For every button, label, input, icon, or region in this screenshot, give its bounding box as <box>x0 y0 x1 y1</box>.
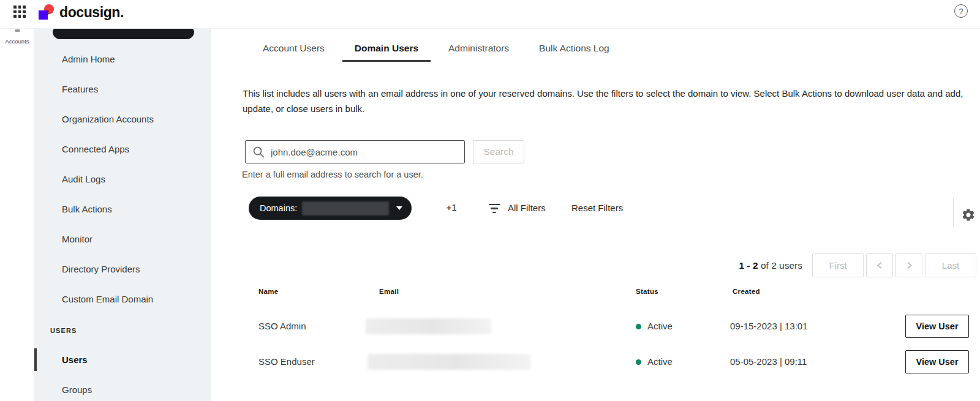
sidebar-item-custom-email-domain[interactable]: Custom Email Domain <box>34 284 211 314</box>
filter-icon <box>488 204 500 213</box>
chevron-left-icon[interactable] <box>866 253 893 277</box>
sidebar-nav: Admin Home Features Organization Account… <box>34 44 211 401</box>
sidebar-item-admin-home[interactable]: Admin Home <box>34 44 211 74</box>
search-button[interactable]: Search <box>473 140 524 163</box>
docusign-admin-page: docusign. ? Accounts Admin Home Features… <box>0 0 980 401</box>
help-icon[interactable]: ? <box>954 4 968 18</box>
sidebar-item-groups[interactable]: Groups <box>34 375 211 401</box>
status-badge: Active <box>647 321 673 331</box>
created-date: 05-05-2023 | 09:11 <box>730 356 807 367</box>
sidebar-item-users[interactable]: Users <box>34 345 211 375</box>
view-user-button[interactable]: View User <box>905 350 969 373</box>
top-header: docusign. ? <box>0 0 980 28</box>
user-name: SSO Admin <box>258 321 306 331</box>
status-badge: Active <box>647 356 673 367</box>
created-date: 09-15-2023 | 13:01 <box>730 321 808 331</box>
domains-filter-label: Domains: <box>260 203 297 213</box>
reset-filters-button[interactable]: Reset Filters <box>571 203 623 213</box>
column-header-email: Email <box>379 288 399 295</box>
pagination-last-button[interactable]: Last <box>925 253 976 277</box>
status-dot-icon <box>636 324 641 329</box>
apps-grid-icon[interactable] <box>13 6 26 18</box>
view-user-button[interactable]: View User <box>905 315 969 338</box>
users-tabs: Account Users Domain Users Administrator… <box>251 37 622 62</box>
chevron-right-icon[interactable] <box>895 253 922 277</box>
more-filters-count[interactable]: +1 <box>442 202 461 212</box>
all-filters-button[interactable]: All Filters <box>508 203 546 213</box>
pagination-first-button[interactable]: First <box>812 253 864 277</box>
org-selector-redacted[interactable] <box>53 28 194 39</box>
domains-filter-pill[interactable]: Domains: <box>249 197 412 220</box>
column-header-name: Name <box>258 288 279 295</box>
docusign-logo-icon <box>38 3 55 21</box>
pagination-range-bold: 1 - 2 <box>739 260 758 271</box>
docusign-wordmark: docusign. <box>59 3 124 21</box>
pagination: 1 - 2 of 2 users First Last <box>739 253 976 277</box>
sidebar-item-audit-logs[interactable]: Audit Logs <box>34 164 211 194</box>
redacted-email <box>366 318 491 334</box>
redacted-email <box>368 354 530 370</box>
rail-partial-icon <box>15 29 20 32</box>
sidebar-item-features[interactable]: Features <box>34 74 211 104</box>
sidebar-item-monitor[interactable]: Monitor <box>34 224 211 254</box>
admin-sidebar: Admin Home Features Organization Account… <box>34 28 211 401</box>
search-input[interactable] <box>245 140 465 163</box>
sidebar-item-bulk-actions[interactable]: Bulk Actions <box>34 194 211 224</box>
tab-domain-users[interactable]: Domain Users <box>342 37 431 62</box>
filter-row-divider <box>953 198 954 227</box>
page-description: This list includes all users with an ema… <box>243 86 970 116</box>
pagination-range: 1 - 2 of 2 users <box>739 260 802 271</box>
status-dot-icon <box>636 359 641 365</box>
tab-bulk-actions-log[interactable]: Bulk Actions Log <box>527 37 622 62</box>
sidebar-item-connected-apps[interactable]: Connected Apps <box>34 134 211 164</box>
user-name: SSO Enduser <box>258 356 315 367</box>
chevron-down-icon[interactable] <box>396 206 402 210</box>
docusign-logo: docusign. <box>38 3 124 21</box>
gear-icon[interactable] <box>961 208 976 222</box>
search-helper-text: Enter a full email address to search for… <box>242 170 423 179</box>
pagination-of-text: of 2 users <box>758 260 802 271</box>
sidebar-item-organization-accounts[interactable]: Organization Accounts <box>34 104 211 134</box>
tab-account-users[interactable]: Account Users <box>251 37 337 62</box>
tab-administrators[interactable]: Administrators <box>436 37 521 62</box>
rail-item-accounts[interactable]: Accounts <box>0 38 34 45</box>
sidebar-item-directory-providers[interactable]: Directory Providers <box>34 254 211 284</box>
domains-filter-value-redacted <box>302 201 389 215</box>
left-rail: Accounts <box>0 28 34 401</box>
column-header-created: Created <box>733 288 760 295</box>
sidebar-section-users: USERS <box>34 321 211 340</box>
column-header-status: Status <box>636 288 658 295</box>
